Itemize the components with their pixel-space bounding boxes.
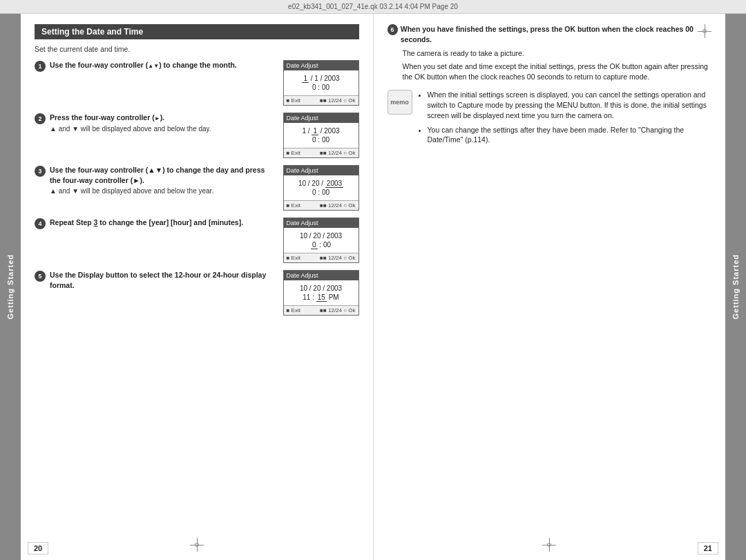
section-title: Setting the Date and Time [35,24,359,39]
dialog-2-footer: ■ Exit ■■ 12/24 ○ Ok [284,148,358,157]
dialog-3-date: 10 / 20 / 2003 [288,180,354,187]
dialog-2-title: Date Adjust [284,113,358,123]
main-content: Getting Started Setting the Date and Tim… [0,14,746,560]
dialog-3-footer: ■ Exit ■■ 12/24 ○ Ok [284,200,358,210]
dialog-4-exit: ■ Exit [287,255,300,261]
step-6-ready: The camera is ready to take a picture. [403,48,712,59]
dialog-1-time: 0 : 00 [288,84,354,91]
step-6-text: When you have finished the settings, pre… [401,24,711,44]
sidebar-left: Getting Started [0,14,21,560]
step-4: 4 Repeat Step 3 to change the [year] [ho… [35,218,359,263]
step-4-number: 4 [35,218,46,229]
memo-item-2: You can change the settings after they h… [428,125,712,145]
dialog-1-footer: ■ Exit ■■ 12/24 ○ Ok [284,95,358,105]
step-5-number: 5 [35,271,46,282]
dialog-2-date: 1 / 1 / 2003 [288,127,354,135]
step-3: 3 Use the four-way controller (▲▼) to ch… [35,165,359,211]
step-4-dialog: Date Adjust 10 / 20 / 2003 0 : 00 ■ Exit… [283,218,359,263]
dialog-5-time: 11 : 15 PM [288,293,354,301]
step-6-detail-text: When you set date and time except the in… [403,62,708,81]
dialog-1-exit: ■ Exit [287,97,300,104]
step-3-dialog: Date Adjust 10 / 20 / 2003 0 : 00 ■ Exit… [283,165,359,211]
step-1-content: Use the four-way controller () to change… [50,60,359,106]
page-container: e02_kb341_001_027_41e.qk 03.2.14 4:04 PM… [0,0,746,560]
dialog-5-body: 10 / 20 / 2003 11 : 15 PM [284,280,358,305]
dialog-1-body: 1 / 1 / 2003 0 : 00 [284,70,358,95]
dialog-5-title: Date Adjust [284,271,358,280]
step-2-content: Press the four-way controller (). ▲ and … [50,113,359,158]
sidebar-label-right: Getting Started [731,254,740,319]
step-2-number: 2 [35,113,46,124]
dialog-1-ok: ■■ 12/24 ○ Ok [320,97,355,104]
right-page: 6 When you have finished the settings, p… [374,14,726,560]
step-4-text: Repeat Step 3 to change the [year] [hour… [50,218,283,228]
step-3-number: 3 [35,166,46,177]
step-5: 5 Use the Display button to select the 1… [35,270,359,316]
dialog-5-exit: ■ Exit [287,307,300,313]
step-3-text: Use the four-way controller (▲▼) to chan… [50,165,283,196]
page-number-right: 21 [698,542,718,554]
dialog-2-body: 1 / 1 / 2003 0 : 00 [284,123,358,148]
step-6-bold: When you have finished the settings, pre… [401,25,694,44]
dialog-3-body: 10 / 20 / 2003 0 : 00 [284,175,358,200]
memo-list: When the initial settings screen is disp… [418,90,712,144]
dialog-4-date: 10 / 20 / 2003 [288,232,354,240]
step-5-content: Use the Display button to select the 12-… [50,270,359,316]
step-2-dialog: Date Adjust 1 / 1 / 2003 0 : 00 ■ Exit ■… [283,113,359,158]
step-1-number: 1 [35,61,46,72]
dialog-4-ok: ■■ 12/24 ○ Ok [320,255,355,261]
dialog-1-title: Date Adjust [284,61,358,70]
step-5-text: Use the Display button to select the 12-… [50,270,283,290]
dialog-3-time: 0 : 00 [288,189,354,196]
dialog-4-time: 0 : 00 [288,241,354,249]
step-4-content: Repeat Step 3 to change the [year] [hour… [50,218,359,263]
pages-wrapper: Setting the Date and Time Set the curren… [21,14,725,560]
step-6: 6 When you have finished the settings, p… [388,24,712,81]
step-5-dialog: Date Adjust 10 / 20 / 2003 11 : 15 PM ■ … [283,270,359,316]
sidebar-label-left: Getting Started [6,254,15,319]
dialog-3-exit: ■ Exit [287,202,300,209]
memo-icon: memo [388,90,412,115]
memo-label: memo [390,98,409,108]
step-3-content: Use the four-way controller (▲▼) to chan… [50,165,359,211]
dialog-4-body: 10 / 20 / 2003 0 : 00 [284,228,358,253]
memo-item-1: When the initial settings screen is disp… [428,90,712,120]
step-2: 2 Press the four-way controller (). ▲ an… [35,113,359,158]
page-number-left: 20 [28,542,48,554]
top-bar: e02_kb341_001_027_41e.qk 03.2.14 4:04 PM… [0,0,746,14]
step-2-text: Press the four-way controller (). ▲ and … [50,113,283,134]
dialog-4-footer: ■ Exit ■■ 12/24 ○ Ok [284,253,358,262]
dialog-3-title: Date Adjust [284,166,358,175]
intro-text: Set the current date and time. [35,45,359,53]
step-6-detail: When you set date and time except the in… [403,61,712,81]
step-6-number: 6 [388,24,398,35]
dialog-3-ok: ■■ 12/24 ○ Ok [320,202,355,209]
memo-section: memo When the initial settings screen is… [388,90,712,148]
left-page: Setting the Date and Time Set the curren… [21,14,374,560]
crosshair-top-right [698,24,711,38]
step-6-normal: The camera is ready to take a picture. [403,49,524,57]
step-3-subtext: ▲ and ▼ will be displayed above and belo… [50,186,278,196]
dialog-2-time: 0 : 00 [288,136,354,144]
crosshair-bottom-left [190,538,204,552]
step-1: 1 Use the four-way controller () to chan… [35,60,359,106]
dialog-5-footer: ■ Exit ■■ 12/24 ○ Ok [284,305,358,315]
step-1-dialog: Date Adjust 1 / 1 / 2003 0 : 00 ■ Exit ■… [283,60,359,106]
dialog-2-exit: ■ Exit [287,150,300,156]
dialog-2-ok: ■■ 12/24 ○ Ok [320,150,355,156]
step-1-text: Use the four-way controller () to change… [50,60,283,70]
dialog-4-title: Date Adjust [284,218,358,228]
dialog-5-date: 10 / 20 / 2003 [288,284,354,292]
dialog-1-date: 1 / 1 / 2003 [288,75,354,82]
dialog-5-ok: ■■ 12/24 ○ Ok [320,307,355,313]
memo-content: When the initial settings screen is disp… [418,90,712,148]
step-2-subtext: ▲ and ▼ will be displayed above and belo… [50,124,278,134]
file-metadata: e02_kb341_001_027_41e.qk 03.2.14 4:04 PM… [288,3,458,10]
crosshair-bottom-right [542,538,556,552]
sidebar-right: Getting Started [725,14,746,560]
